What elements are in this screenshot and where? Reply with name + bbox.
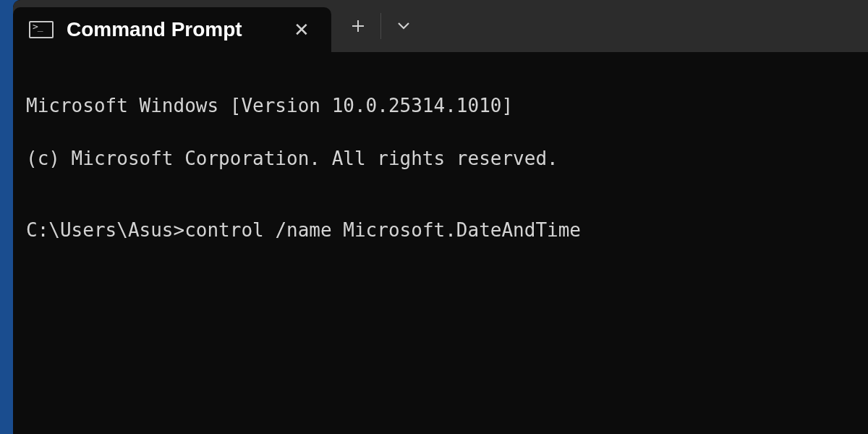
tab-dropdown-button[interactable] [383, 0, 425, 52]
tab-command-prompt[interactable]: Command Prompt ✕ [13, 7, 331, 52]
terminal-window: Command Prompt ✕ Microsoft Windows [Vers… [13, 0, 868, 434]
new-tab-button[interactable] [337, 0, 379, 52]
version-line: Microsoft Windows [Version 10.0.25314.10… [26, 93, 855, 119]
chevron-down-icon [397, 22, 410, 30]
prompt-path: C:\Users\Asus> [26, 219, 184, 241]
tab-title: Command Prompt [67, 18, 265, 41]
titlebar-buttons [337, 0, 425, 52]
command-prompt-icon [29, 21, 54, 38]
titlebar: Command Prompt ✕ [13, 0, 868, 52]
titlebar-divider [380, 13, 381, 39]
copyright-line: (c) Microsoft Corporation. All rights re… [26, 145, 855, 171]
entered-command: control /name Microsoft.DateAndTime [184, 219, 581, 241]
plus-icon [351, 19, 365, 33]
close-tab-button[interactable]: ✕ [286, 14, 317, 46]
prompt-line: C:\Users\Asus>control /name Microsoft.Da… [26, 217, 855, 243]
terminal-output[interactable]: Microsoft Windows [Version 10.0.25314.10… [13, 52, 868, 434]
